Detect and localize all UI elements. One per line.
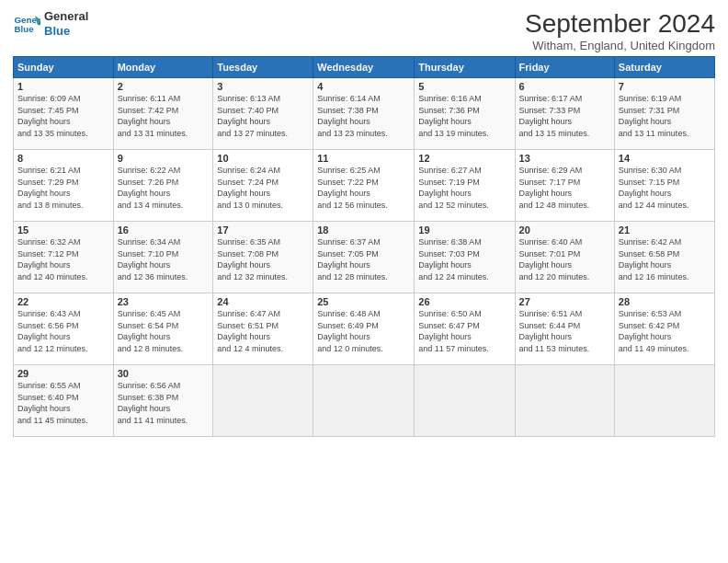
col-sunday: Sunday: [14, 57, 114, 78]
day-number: 13: [519, 153, 610, 164]
svg-text:Blue: Blue: [15, 24, 35, 34]
table-row: 6 Sunrise: 6:17 AM Sunset: 7:33 PM Dayli…: [515, 78, 614, 150]
day-info: Sunrise: 6:42 AM Sunset: 6:58 PM Dayligh…: [619, 236, 711, 282]
day-number: 14: [619, 153, 711, 164]
day-number: 8: [17, 153, 109, 164]
table-row: 30 Sunrise: 6:56 AM Sunset: 6:38 PM Dayl…: [113, 365, 213, 437]
header-row-days: Sunday Monday Tuesday Wednesday Thursday…: [14, 57, 715, 78]
calendar-week-row: 22 Sunrise: 6:43 AM Sunset: 6:56 PM Dayl…: [14, 293, 715, 365]
day-number: 1: [17, 81, 109, 92]
col-saturday: Saturday: [614, 57, 714, 78]
table-row: [415, 365, 515, 437]
table-row: 11 Sunrise: 6:25 AM Sunset: 7:22 PM Dayl…: [313, 150, 415, 222]
day-info: Sunrise: 6:48 AM Sunset: 6:49 PM Dayligh…: [317, 308, 410, 354]
day-number: 18: [317, 224, 410, 236]
col-tuesday: Tuesday: [213, 57, 313, 78]
day-number: 29: [17, 368, 109, 379]
table-row: 13 Sunrise: 6:29 AM Sunset: 7:17 PM Dayl…: [515, 150, 614, 222]
table-row: 15 Sunrise: 6:32 AM Sunset: 7:12 PM Dayl…: [14, 222, 114, 293]
logo-text-blue: Blue: [44, 24, 88, 39]
day-number: 24: [217, 296, 309, 307]
table-row: 20 Sunrise: 6:40 AM Sunset: 7:01 PM Dayl…: [515, 222, 614, 293]
main-container: General Blue General Blue September 2024…: [0, 0, 728, 446]
day-number: 19: [418, 224, 510, 236]
day-number: 6: [519, 81, 610, 92]
day-info: Sunrise: 6:37 AM Sunset: 7:05 PM Dayligh…: [317, 236, 410, 282]
day-info: Sunrise: 6:40 AM Sunset: 7:01 PM Dayligh…: [519, 236, 610, 282]
day-info: Sunrise: 6:22 AM Sunset: 7:26 PM Dayligh…: [118, 165, 210, 211]
day-number: 12: [418, 153, 510, 164]
day-number: 22: [17, 296, 109, 307]
table-row: 14 Sunrise: 6:30 AM Sunset: 7:15 PM Dayl…: [614, 150, 714, 222]
day-info: Sunrise: 6:35 AM Sunset: 7:08 PM Dayligh…: [217, 236, 309, 282]
day-info: Sunrise: 6:30 AM Sunset: 7:15 PM Dayligh…: [619, 165, 711, 211]
table-row: 29 Sunrise: 6:55 AM Sunset: 6:40 PM Dayl…: [14, 365, 114, 437]
day-number: 9: [118, 153, 210, 164]
calendar-week-row: 8 Sunrise: 6:21 AM Sunset: 7:29 PM Dayli…: [14, 150, 715, 222]
day-number: 15: [17, 224, 109, 236]
month-title: September 2024: [525, 9, 715, 39]
day-info: Sunrise: 6:50 AM Sunset: 6:47 PM Dayligh…: [418, 308, 510, 354]
day-number: 4: [317, 81, 410, 92]
table-row: 18 Sunrise: 6:37 AM Sunset: 7:05 PM Dayl…: [313, 222, 415, 293]
table-row: 4 Sunrise: 6:14 AM Sunset: 7:38 PM Dayli…: [313, 78, 415, 150]
title-block: September 2024 Witham, England, United K…: [525, 9, 715, 52]
day-info: Sunrise: 6:19 AM Sunset: 7:31 PM Dayligh…: [619, 93, 711, 139]
day-info: Sunrise: 6:29 AM Sunset: 7:17 PM Dayligh…: [519, 165, 610, 211]
table-row: 25 Sunrise: 6:48 AM Sunset: 6:49 PM Dayl…: [313, 293, 415, 365]
calendar-table: Sunday Monday Tuesday Wednesday Thursday…: [13, 56, 715, 437]
day-number: 10: [217, 153, 309, 164]
day-number: 3: [217, 81, 309, 92]
table-row: 12 Sunrise: 6:27 AM Sunset: 7:19 PM Dayl…: [415, 150, 515, 222]
header-row: General Blue General Blue September 2024…: [13, 9, 715, 52]
table-row: 9 Sunrise: 6:22 AM Sunset: 7:26 PM Dayli…: [113, 150, 213, 222]
day-number: 26: [418, 296, 510, 307]
day-number: 7: [619, 81, 711, 92]
table-row: 22 Sunrise: 6:43 AM Sunset: 6:56 PM Dayl…: [14, 293, 114, 365]
day-number: 21: [619, 224, 711, 236]
day-info: Sunrise: 6:27 AM Sunset: 7:19 PM Dayligh…: [418, 165, 510, 211]
calendar-week-row: 15 Sunrise: 6:32 AM Sunset: 7:12 PM Dayl…: [14, 222, 715, 293]
table-row: [313, 365, 415, 437]
table-row: 2 Sunrise: 6:11 AM Sunset: 7:42 PM Dayli…: [113, 78, 213, 150]
day-info: Sunrise: 6:17 AM Sunset: 7:33 PM Dayligh…: [519, 93, 610, 139]
day-info: Sunrise: 6:21 AM Sunset: 7:29 PM Dayligh…: [17, 165, 109, 211]
day-info: Sunrise: 6:32 AM Sunset: 7:12 PM Dayligh…: [17, 236, 109, 282]
table-row: 28 Sunrise: 6:53 AM Sunset: 6:42 PM Dayl…: [614, 293, 714, 365]
day-number: 25: [317, 296, 410, 307]
table-row: 5 Sunrise: 6:16 AM Sunset: 7:36 PM Dayli…: [415, 78, 515, 150]
table-row: 26 Sunrise: 6:50 AM Sunset: 6:47 PM Dayl…: [415, 293, 515, 365]
table-row: 19 Sunrise: 6:38 AM Sunset: 7:03 PM Dayl…: [415, 222, 515, 293]
table-row: 8 Sunrise: 6:21 AM Sunset: 7:29 PM Dayli…: [14, 150, 114, 222]
table-row: [614, 365, 714, 437]
day-number: 28: [619, 296, 711, 307]
col-monday: Monday: [113, 57, 213, 78]
day-info: Sunrise: 6:51 AM Sunset: 6:44 PM Dayligh…: [519, 308, 610, 354]
logo-icon: General Blue: [13, 10, 40, 38]
day-info: Sunrise: 6:45 AM Sunset: 6:54 PM Dayligh…: [118, 308, 210, 354]
day-info: Sunrise: 6:16 AM Sunset: 7:36 PM Dayligh…: [418, 93, 510, 139]
table-row: 10 Sunrise: 6:24 AM Sunset: 7:24 PM Dayl…: [213, 150, 313, 222]
day-info: Sunrise: 6:14 AM Sunset: 7:38 PM Dayligh…: [317, 93, 410, 139]
day-number: 16: [118, 224, 210, 236]
table-row: [515, 365, 614, 437]
day-info: Sunrise: 6:47 AM Sunset: 6:51 PM Dayligh…: [217, 308, 309, 354]
day-info: Sunrise: 6:24 AM Sunset: 7:24 PM Dayligh…: [217, 165, 309, 211]
table-row: 23 Sunrise: 6:45 AM Sunset: 6:54 PM Dayl…: [113, 293, 213, 365]
table-row: 21 Sunrise: 6:42 AM Sunset: 6:58 PM Dayl…: [614, 222, 714, 293]
table-row: 1 Sunrise: 6:09 AM Sunset: 7:45 PM Dayli…: [14, 78, 114, 150]
day-number: 23: [118, 296, 210, 307]
day-info: Sunrise: 6:38 AM Sunset: 7:03 PM Dayligh…: [418, 236, 510, 282]
table-row: 17 Sunrise: 6:35 AM Sunset: 7:08 PM Dayl…: [213, 222, 313, 293]
logo-text-general: General: [44, 9, 88, 24]
table-row: 3 Sunrise: 6:13 AM Sunset: 7:40 PM Dayli…: [213, 78, 313, 150]
day-number: 11: [317, 153, 410, 164]
day-info: Sunrise: 6:34 AM Sunset: 7:10 PM Dayligh…: [118, 236, 210, 282]
col-thursday: Thursday: [415, 57, 515, 78]
day-number: 20: [519, 224, 610, 236]
table-row: [213, 365, 313, 437]
day-number: 5: [418, 81, 510, 92]
day-info: Sunrise: 6:43 AM Sunset: 6:56 PM Dayligh…: [17, 308, 109, 354]
table-row: 27 Sunrise: 6:51 AM Sunset: 6:44 PM Dayl…: [515, 293, 614, 365]
day-info: Sunrise: 6:55 AM Sunset: 6:40 PM Dayligh…: [17, 380, 109, 426]
